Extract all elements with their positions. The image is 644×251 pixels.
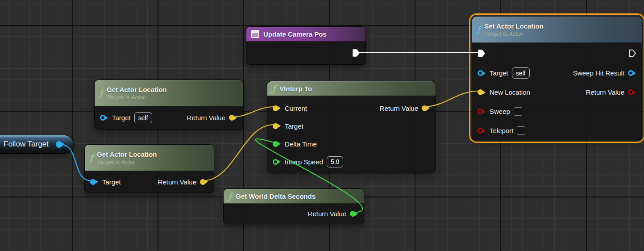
interp-speed-default-value[interactable]: 5.0 bbox=[327, 156, 343, 167]
target-default-value[interactable]: self bbox=[512, 67, 530, 79]
target-input-pin[interactable] bbox=[273, 123, 278, 129]
pin-label: Sweep bbox=[490, 108, 510, 115]
node-header: ƒ Get Actor Location Target is Actor bbox=[95, 80, 243, 106]
teleport-input-pin[interactable] bbox=[478, 128, 483, 134]
exec-out-pin[interactable] bbox=[628, 49, 636, 58]
pin-label: Target bbox=[102, 178, 121, 186]
interp-speed-input-pin[interactable] bbox=[273, 159, 278, 165]
node-title: Get Actor Location bbox=[107, 86, 166, 93]
exec-in-pin[interactable] bbox=[478, 49, 486, 58]
pin-label: Sweep Hit Result bbox=[573, 69, 624, 77]
return-value-output-pin[interactable] bbox=[350, 211, 356, 217]
node-title: Get Actor Location bbox=[97, 151, 157, 158]
pin-label: New Location bbox=[490, 88, 530, 96]
return-value-output-pin[interactable] bbox=[229, 115, 235, 121]
node-header: Update Camera Pos bbox=[246, 27, 366, 42]
exec-out-pin[interactable] bbox=[352, 49, 360, 57]
target-input-pin[interactable] bbox=[100, 115, 106, 121]
return-value-output-pin[interactable] bbox=[628, 89, 634, 95]
node-header: ƒ Set Actor Location Target is Actor bbox=[472, 17, 642, 43]
node-title: Set Actor Location bbox=[484, 22, 544, 30]
node-get-actor-location-bottom[interactable]: ƒ Get Actor Location Target is Actor Tar… bbox=[84, 144, 214, 193]
sweep-input-pin[interactable] bbox=[478, 109, 483, 114]
pin-label: Return Value bbox=[308, 210, 346, 218]
node-title: VInterp To bbox=[279, 85, 312, 92]
node-subtitle: Target is Actor bbox=[484, 30, 544, 37]
pin-label: Current bbox=[285, 105, 307, 112]
node-subtitle: Target is Actor bbox=[107, 94, 166, 100]
sweep-hit-result-output-pin[interactable] bbox=[628, 70, 634, 76]
custom-event-icon bbox=[251, 30, 259, 38]
target-input-pin[interactable] bbox=[478, 70, 483, 76]
pin-label: Return Value bbox=[586, 88, 624, 96]
function-icon: ƒ bbox=[272, 84, 275, 93]
node-title: Get World Delta Seconds bbox=[236, 192, 316, 200]
pin-label: Interp Speed bbox=[285, 158, 323, 166]
node-header: ƒ Get World Delta Seconds bbox=[224, 189, 364, 204]
pin-label: Target bbox=[285, 122, 303, 130]
return-value-output-pin[interactable] bbox=[200, 179, 206, 185]
follow-target-output-pin[interactable] bbox=[56, 141, 62, 148]
teleport-checkbox[interactable] bbox=[517, 126, 525, 135]
pin-label: Return Value bbox=[187, 114, 225, 121]
pin-label: Return Value bbox=[158, 178, 196, 186]
function-icon: ƒ bbox=[100, 89, 103, 97]
target-default-value[interactable]: self bbox=[134, 112, 152, 123]
delta-time-input-pin[interactable] bbox=[273, 141, 278, 147]
pin-label: Target bbox=[112, 114, 131, 121]
target-input-pin[interactable] bbox=[90, 179, 96, 185]
blueprint-graph-canvas[interactable]: Follow Target Update Camera Pos ƒ Get Ac… bbox=[0, 0, 644, 251]
node-update-camera-pos[interactable]: Update Camera Pos bbox=[246, 26, 366, 65]
node-get-actor-location-top[interactable]: ƒ Get Actor Location Target is Actor Tar… bbox=[94, 79, 243, 130]
node-title: Update Camera Pos bbox=[263, 30, 327, 38]
function-icon: ƒ bbox=[229, 192, 232, 201]
node-follow-target[interactable]: Follow Target bbox=[0, 135, 74, 154]
current-input-pin[interactable] bbox=[273, 105, 278, 111]
pin-label: Delta Time bbox=[285, 140, 317, 148]
node-set-actor-location[interactable]: ƒ Set Actor Location Target is Actor Tar bbox=[472, 16, 642, 140]
pin-label: Teleport bbox=[490, 127, 513, 134]
node-vinterp-to[interactable]: ƒ VInterp To Current Return Value Target bbox=[267, 81, 436, 172]
sweep-checkbox[interactable] bbox=[514, 107, 522, 116]
node-header: ƒ VInterp To bbox=[267, 81, 436, 96]
pin-label: Target bbox=[490, 69, 508, 77]
node-header: ƒ Get Actor Location Target is Actor bbox=[85, 145, 214, 171]
variable-title: Follow Target bbox=[4, 140, 49, 149]
return-value-output-pin[interactable] bbox=[422, 105, 428, 111]
node-get-world-delta-seconds[interactable]: ƒ Get World Delta Seconds Return Value bbox=[223, 188, 364, 224]
pin-label: Return Value bbox=[380, 105, 418, 112]
function-icon: ƒ bbox=[90, 154, 93, 162]
new-location-input-pin[interactable] bbox=[478, 89, 483, 95]
node-subtitle: Target is Actor bbox=[97, 159, 157, 165]
function-icon: ƒ bbox=[477, 25, 480, 34]
